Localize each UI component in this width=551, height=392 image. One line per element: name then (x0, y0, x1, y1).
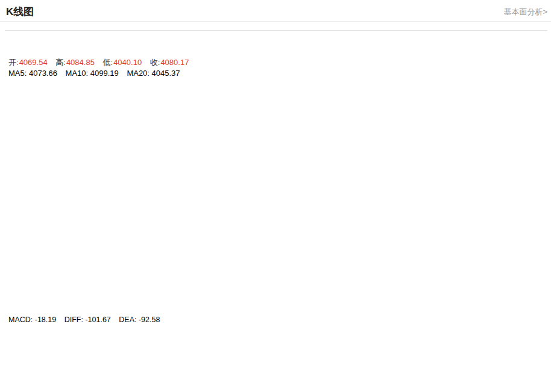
low-value: 4040.10 (113, 58, 142, 67)
dea-value-legend: DEA: -92.58 (119, 316, 160, 324)
ma5-legend: MA5: 4073.66 (8, 69, 57, 78)
macd-value-legend: MACD: -18.19 (8, 316, 56, 324)
close-label: 收: (150, 58, 160, 67)
low-label: 低: (103, 58, 113, 67)
ohlc-legend: 开:4069.54 高:4084.85 低:4040.10 收:4080.17 (8, 57, 195, 68)
open-label: 开: (8, 58, 19, 67)
ma-legend: MA5: 4073.66 MA10: 4099.19 MA20: 4045.37 (8, 69, 186, 78)
macd-legend: MACD: -18.19 DIFF: -101.67 DEA: -92.58 (8, 316, 166, 324)
open-value: 4069.54 (19, 58, 48, 67)
ma10-legend: MA10: 4099.19 (66, 69, 119, 78)
close-value: 4080.17 (160, 58, 189, 67)
diff-value-legend: DIFF: -101.67 (65, 316, 111, 324)
high-value: 4084.85 (66, 58, 95, 67)
kline-widget: K线图 基本面分析> 开:4069.54 高:4084.85 低:4040.10… (0, 0, 551, 392)
ma20-legend: MA20: 4045.37 (127, 69, 180, 78)
high-label: 高: (55, 58, 66, 67)
